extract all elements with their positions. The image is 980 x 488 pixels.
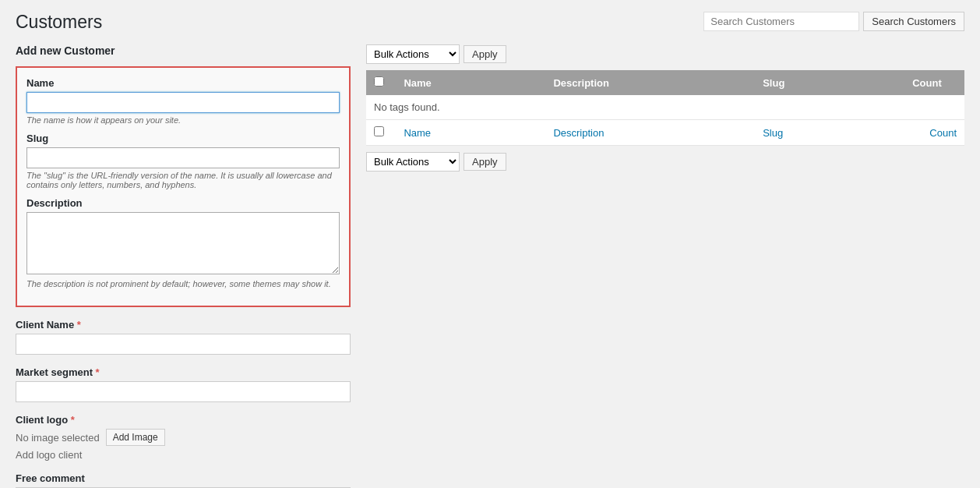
footer-select-all-checkbox[interactable]: [374, 126, 384, 136]
add-image-button[interactable]: Add Image: [106, 429, 165, 446]
footer-name-link[interactable]: Name: [404, 127, 431, 139]
slug-input[interactable]: [26, 147, 340, 168]
add-logo-hint: Add logo client: [16, 449, 351, 461]
header-count-col: Count: [904, 70, 964, 95]
client-logo-group: Client logo * No image selected Add Imag…: [16, 414, 351, 461]
top-apply-button[interactable]: Apply: [464, 45, 506, 63]
footer-slug-col[interactable]: Slug: [755, 120, 904, 146]
search-button[interactable]: Search Customers: [863, 12, 964, 31]
header-checkbox-col: [366, 70, 396, 95]
description-label: Description: [26, 197, 340, 209]
footer-description-col[interactable]: Description: [545, 120, 755, 146]
market-segment-required: *: [96, 366, 100, 378]
bottom-bulk-actions-select[interactable]: Bulk Actions: [366, 152, 460, 172]
no-tags-message: No tags found.: [366, 95, 964, 120]
name-label: Name: [26, 77, 340, 89]
client-logo-label: Client logo *: [16, 414, 351, 426]
footer-count-col[interactable]: Count: [904, 120, 964, 146]
add-customer-form: Add new Customer Name The name is how it…: [16, 44, 351, 488]
client-logo-required: *: [71, 414, 75, 426]
market-segment-label: Market segment *: [16, 366, 351, 378]
search-input[interactable]: [703, 12, 859, 31]
description-field-group: Description The description is not promi…: [26, 197, 340, 288]
client-name-group: Client Name *: [16, 319, 351, 355]
footer-name-col[interactable]: Name: [396, 120, 545, 146]
header-name-link[interactable]: Name: [404, 77, 431, 89]
slug-hint: The "slug" is the URL-friendly version o…: [26, 171, 340, 189]
slug-label: Slug: [26, 133, 340, 144]
header-name-col[interactable]: Name: [396, 70, 545, 95]
slug-field-group: Slug The "slug" is the URL-friendly vers…: [26, 133, 340, 189]
header-slug-label: Slug: [763, 77, 784, 89]
footer-slug-link[interactable]: Slug: [763, 127, 783, 139]
form-section-title: Add new Customer: [16, 44, 351, 57]
market-segment-group: Market segment *: [16, 366, 351, 402]
select-all-checkbox[interactable]: [374, 76, 384, 87]
search-bar: Search Customers: [703, 12, 964, 31]
free-comment-group: Free comment: [16, 472, 351, 488]
customers-table-panel: Bulk Actions Apply Name Descripti: [366, 44, 964, 488]
footer-count-link[interactable]: Count: [929, 127, 957, 139]
table-footer-row: Name Description Slug Count: [366, 120, 964, 146]
name-field-group: Name The name is how it appears on your …: [26, 77, 340, 125]
market-segment-input[interactable]: [16, 381, 351, 402]
client-name-label: Client Name *: [16, 319, 351, 331]
logo-row: No image selected Add Image: [16, 429, 351, 446]
form-bordered-section: Name The name is how it appears on your …: [16, 66, 351, 307]
header-count-label: Count: [912, 77, 942, 89]
client-name-required: *: [77, 319, 81, 331]
top-bulk-actions-select[interactable]: Bulk Actions: [366, 44, 460, 64]
name-input[interactable]: [26, 92, 340, 113]
client-name-input[interactable]: [16, 334, 351, 355]
no-image-text: No image selected: [16, 432, 100, 444]
table-header-row: Name Description Slug Count: [366, 70, 964, 95]
free-comment-label: Free comment: [16, 472, 351, 484]
header-description-col: Description: [545, 70, 755, 95]
no-tags-row: No tags found.: [366, 95, 964, 120]
header-description-label: Description: [553, 77, 609, 89]
description-textarea[interactable]: [26, 212, 340, 274]
footer-description-link[interactable]: Description: [553, 127, 604, 139]
bottom-apply-button[interactable]: Apply: [464, 153, 506, 171]
description-hint: The description is not prominent by defa…: [26, 279, 340, 288]
bottom-bulk-actions-bar: Bulk Actions Apply: [366, 152, 964, 172]
top-bulk-actions-bar: Bulk Actions Apply: [366, 44, 964, 64]
header-slug-col: Slug: [755, 70, 904, 95]
customers-table: Name Description Slug Count: [366, 70, 964, 146]
name-hint: The name is how it appears on your site.: [26, 115, 340, 125]
footer-checkbox-col: [366, 120, 396, 146]
